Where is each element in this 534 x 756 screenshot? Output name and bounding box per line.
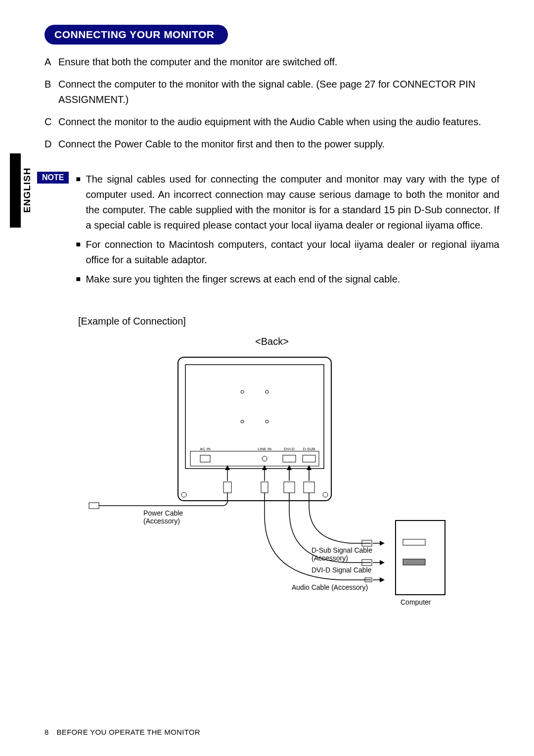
svg-point-4 xyxy=(241,420,244,423)
label-audio-cable: Audio Cable (Accessory) xyxy=(292,583,368,591)
note-item: ■ The signal cables used for connecting … xyxy=(76,172,499,233)
step-d: D Connect the Power Cable to the monitor… xyxy=(44,137,499,152)
page-footer: 8 BEFORE YOU OPERATE THE MONITOR xyxy=(44,728,200,736)
note-block: NOTE ■ The signal cables used for connec… xyxy=(37,172,499,291)
section-header: CONNECTING YOUR MONITOR xyxy=(44,25,228,45)
svg-point-6 xyxy=(181,492,186,497)
note-item: ■ Make sure you tighten the finger screw… xyxy=(76,272,499,287)
note-text: The signal cables used for connecting th… xyxy=(86,172,499,233)
bullet-icon: ■ xyxy=(76,172,86,233)
svg-rect-36 xyxy=(403,539,425,545)
svg-point-10 xyxy=(262,456,267,461)
svg-marker-28 xyxy=(380,541,385,546)
diagram-back-label: <Back> xyxy=(44,336,499,347)
step-a: A Ensure that both the computer and the … xyxy=(44,54,499,70)
port-line-in: LINE IN xyxy=(258,447,271,451)
diagram-svg: AC IN LINE IN DVI-D D-SUB xyxy=(84,352,460,610)
example-label: [Example of Connection] xyxy=(78,316,499,327)
step-list: A Ensure that both the computer and the … xyxy=(44,54,499,152)
step-label: D xyxy=(44,137,58,152)
svg-rect-37 xyxy=(403,559,425,565)
svg-rect-12 xyxy=(303,455,315,462)
note-list: ■ The signal cables used for connecting … xyxy=(76,172,499,291)
footer-page-number: 8 xyxy=(44,728,48,736)
note-text: For connection to Macintosh computers, c… xyxy=(86,237,499,268)
svg-rect-9 xyxy=(200,455,210,462)
svg-point-3 xyxy=(266,390,268,393)
step-text: Connect the Power Cable to the monitor f… xyxy=(58,137,499,152)
svg-rect-11 xyxy=(283,455,296,462)
svg-point-2 xyxy=(241,390,244,393)
svg-rect-21 xyxy=(223,482,231,493)
bullet-icon: ■ xyxy=(76,237,86,268)
svg-rect-1 xyxy=(185,365,324,469)
bullet-icon: ■ xyxy=(76,272,86,287)
svg-rect-0 xyxy=(178,357,331,501)
footer-section: BEFORE YOU OPERATE THE MONITOR xyxy=(57,728,200,736)
note-text: Make sure you tighten the finger screws … xyxy=(86,272,499,287)
step-text: Connect the computer to the monitor with… xyxy=(58,77,499,107)
svg-rect-8 xyxy=(190,451,319,466)
svg-rect-25 xyxy=(89,503,99,509)
port-ac-in: AC IN xyxy=(200,447,211,451)
note-badge: NOTE xyxy=(37,172,69,184)
step-label: B xyxy=(44,77,58,107)
step-label: C xyxy=(44,114,58,130)
label-power-cable-2: (Accessory) xyxy=(143,517,180,525)
language-label: ENGLISH xyxy=(22,168,33,213)
language-tab xyxy=(10,153,21,228)
port-d-sub: D-SUB xyxy=(303,447,315,451)
svg-rect-23 xyxy=(284,482,295,493)
svg-rect-24 xyxy=(304,482,314,493)
connection-diagram: AC IN LINE IN DVI-D D-SUB xyxy=(44,352,499,610)
label-power-cable: Power Cable xyxy=(143,509,183,517)
svg-marker-31 xyxy=(380,560,385,565)
svg-point-7 xyxy=(323,492,328,497)
svg-point-5 xyxy=(266,420,268,423)
label-dsub-cable: D-Sub Signal Cable xyxy=(312,546,372,554)
label-dvid-cable: DVI-D Signal Cable xyxy=(312,566,372,574)
svg-rect-22 xyxy=(261,482,268,493)
svg-marker-34 xyxy=(380,577,385,582)
note-item: ■ For connection to Macintosh computers,… xyxy=(76,237,499,268)
label-computer: Computer xyxy=(400,598,431,606)
step-label: A xyxy=(44,54,58,70)
step-b: B Connect the computer to the monitor wi… xyxy=(44,77,499,107)
step-c: C Connect the monitor to the audio equip… xyxy=(44,114,499,130)
port-dvi-d: DVI-D xyxy=(284,447,295,451)
svg-rect-35 xyxy=(396,520,445,595)
step-text: Ensure that both the computer and the mo… xyxy=(58,54,499,70)
step-text: Connect the monitor to the audio equipme… xyxy=(58,114,499,130)
